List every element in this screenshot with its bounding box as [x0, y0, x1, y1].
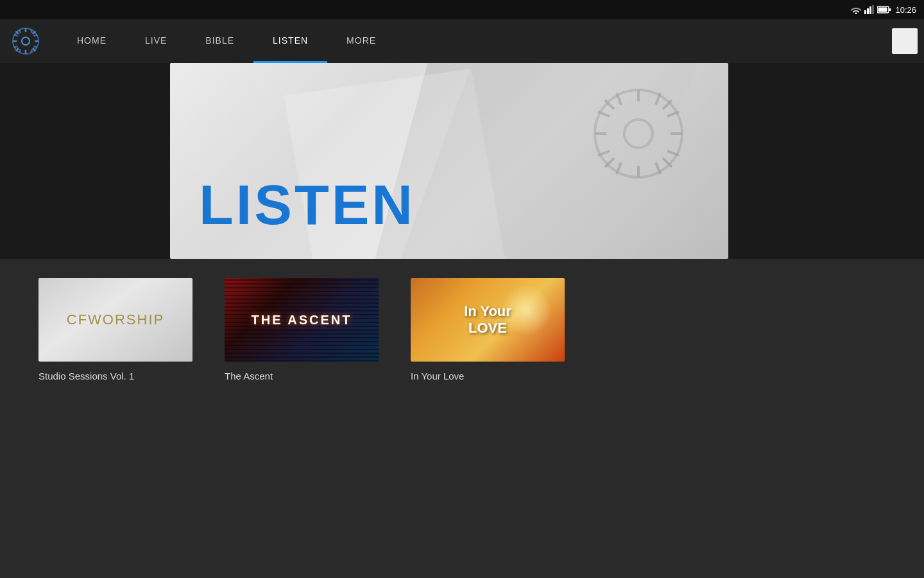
status-bar: 10:26: [0, 0, 924, 19]
svg-point-24: [22, 37, 30, 45]
banner-logo-watermark: [587, 82, 690, 185]
nav-item-more[interactable]: MORE: [327, 19, 395, 63]
svg-line-14: [33, 31, 35, 34]
logo-svg: [10, 26, 41, 57]
svg-rect-3: [872, 5, 874, 14]
banner-title: LISTEN: [199, 177, 415, 233]
album-thumbnail-studio-sessions: CFWORSHIP: [38, 278, 193, 362]
ascent-title-text: THE ASCENT: [251, 313, 352, 328]
album-label-in-your-love: In Your Love: [411, 371, 565, 381]
battery-icon: [877, 6, 891, 13]
status-icons: [850, 5, 891, 14]
nav-item-home[interactable]: HOME: [58, 19, 126, 63]
album-item-the-ascent[interactable]: THE ASCENT The Ascent: [225, 278, 379, 381]
nav-items: HOME LIVE BIBLE LISTEN MORE: [58, 19, 395, 63]
wifi-icon: [850, 5, 862, 14]
album-label-the-ascent: The Ascent: [225, 371, 379, 381]
nav-item-listen[interactable]: LISTEN: [253, 19, 327, 63]
svg-rect-2: [869, 6, 871, 14]
svg-rect-5: [878, 8, 887, 12]
content-area: CFWORSHIP Studio Sessions Vol. 1 THE ASC…: [0, 259, 924, 578]
svg-line-15: [16, 48, 19, 51]
profile-thumbnail: [892, 28, 918, 54]
svg-rect-0: [864, 10, 866, 14]
album-thumbnail-the-ascent: THE ASCENT: [225, 278, 379, 362]
svg-rect-6: [889, 8, 891, 11]
nav-item-live[interactable]: LIVE: [126, 19, 186, 63]
status-time: 10:26: [895, 5, 916, 15]
signal-icon: [864, 5, 875, 14]
app-logo[interactable]: [6, 22, 45, 60]
svg-line-13: [33, 48, 35, 51]
album-label-studio-sessions: Studio Sessions Vol. 1: [38, 371, 193, 381]
album-thumbnail-in-your-love: In YourLOVE: [411, 278, 565, 362]
love-glow-effect: [501, 285, 552, 336]
albums-grid: CFWORSHIP Studio Sessions Vol. 1 THE ASC…: [38, 278, 886, 381]
album-item-studio-sessions[interactable]: CFWORSHIP Studio Sessions Vol. 1: [38, 278, 193, 381]
svg-rect-1: [867, 8, 869, 14]
listen-banner: LISTEN: [170, 63, 728, 259]
album-item-in-your-love[interactable]: In YourLOVE In Your Love: [411, 278, 565, 381]
svg-point-42: [624, 119, 653, 148]
nav-item-bible[interactable]: BIBLE: [186, 19, 253, 63]
profile-area[interactable]: [892, 28, 918, 54]
cfworship-text: CFWORSHIP: [67, 311, 164, 328]
nav-bar: HOME LIVE BIBLE LISTEN MORE: [0, 19, 924, 63]
svg-line-12: [16, 31, 19, 34]
